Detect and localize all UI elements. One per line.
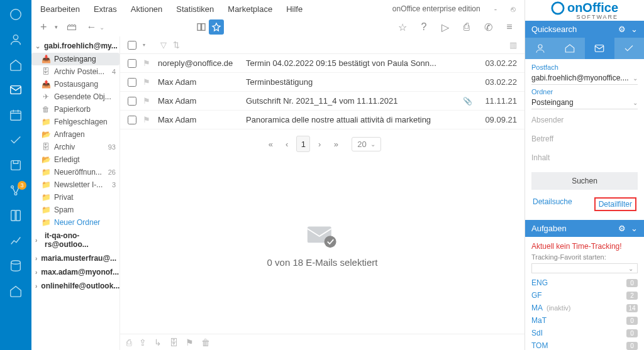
task-tag[interactable]: GF2 bbox=[531, 291, 638, 300]
page-prev[interactable]: ‹ bbox=[280, 136, 294, 152]
menu-item[interactable]: Marketplace bbox=[228, 4, 272, 14]
help-icon[interactable]: ? bbox=[418, 21, 430, 33]
rail-mail-icon[interactable] bbox=[9, 83, 23, 97]
folder-item[interactable]: 🗄Archiv Postei...4 bbox=[31, 65, 119, 78]
rail-book-icon[interactable] bbox=[9, 209, 23, 222]
tab-mail[interactable] bbox=[585, 38, 614, 59]
page-size-select[interactable]: 20⌄ bbox=[352, 137, 380, 151]
add-dropdown-icon[interactable]: ▾ bbox=[55, 24, 58, 30]
folder-item[interactable]: 📁Neueröffnun...26 bbox=[31, 166, 119, 178]
task-tag[interactable]: MaT0 bbox=[531, 316, 638, 325]
flag-icon[interactable]: ⚑ bbox=[143, 96, 152, 106]
phone-icon[interactable]: ✆ bbox=[482, 21, 494, 33]
menu-item[interactable]: Statistiken bbox=[176, 4, 214, 14]
menu-item[interactable]: Hilfe bbox=[286, 4, 303, 14]
archive-button[interactable]: 🗃 bbox=[65, 21, 78, 33]
folder-item[interactable]: 📁Newsletter I-...3 bbox=[31, 178, 119, 191]
select-all-checkbox[interactable] bbox=[128, 41, 136, 50]
tab-home[interactable] bbox=[555, 38, 584, 59]
account-header[interactable]: ⌄gabi.froehlich@my... bbox=[31, 39, 119, 53]
gear-icon[interactable]: ⚙ bbox=[618, 25, 626, 34]
flag-icon[interactable]: ⚑ bbox=[143, 77, 152, 87]
chevron-down-icon[interactable]: ⌄ bbox=[631, 224, 638, 233]
row-checkbox[interactable] bbox=[128, 78, 136, 87]
tab-person[interactable] bbox=[525, 38, 555, 59]
betreff-input[interactable]: Betreff bbox=[531, 131, 638, 147]
tab-check[interactable] bbox=[614, 38, 644, 59]
bottom-delete-icon[interactable]: 🗑 bbox=[201, 337, 210, 347]
page-next[interactable]: › bbox=[313, 136, 326, 152]
rail-network-icon[interactable]: 3 bbox=[9, 183, 23, 197]
folder-item[interactable]: 📥Posteingang bbox=[31, 53, 119, 65]
task-tag[interactable]: MA(inaktiv)14 bbox=[531, 304, 638, 312]
flag-icon[interactable]: ⚑ bbox=[143, 58, 152, 68]
sort-icon[interactable]: ⇅ bbox=[173, 40, 180, 50]
minimize-icon[interactable]: - bbox=[494, 4, 497, 14]
account-header[interactable]: ›max.adam@myonof... bbox=[31, 265, 119, 279]
run-icon[interactable]: ▷ bbox=[439, 21, 452, 33]
folder-item[interactable]: ✈Gesendete Obj... bbox=[31, 90, 119, 103]
detailfilter-link[interactable]: Detailfilter bbox=[594, 197, 636, 211]
email-row[interactable]: ⚑Max AdamPanoramica delle nostre attuali… bbox=[120, 111, 525, 129]
quicksearch-header[interactable]: Quicksearch ⚙⌄ bbox=[525, 21, 644, 38]
bottom-print-icon[interactable]: ⎙ bbox=[126, 337, 131, 347]
account-header[interactable]: ›onlinehilfe@outlook... bbox=[31, 279, 119, 293]
menu-item[interactable]: Bearbeiten bbox=[40, 4, 80, 14]
ordner-field[interactable]: OrdnerPosteingang⌄ bbox=[531, 87, 638, 109]
add-button[interactable]: + bbox=[40, 21, 47, 34]
folder-item[interactable]: 📂Erledigt bbox=[31, 153, 119, 166]
back-button[interactable]: ← bbox=[86, 21, 98, 33]
rail-calendar-icon[interactable] bbox=[9, 108, 23, 122]
gear-icon[interactable]: ⚙ bbox=[618, 224, 626, 233]
page-last[interactable]: » bbox=[329, 136, 343, 152]
task-tag[interactable]: SdI0 bbox=[531, 329, 638, 337]
detailsuche-link[interactable]: Detailsuche bbox=[533, 197, 572, 211]
postfach-field[interactable]: Postfachgabi.froehlich@myonoffice....⌄ bbox=[531, 63, 638, 85]
layout-toggle-1[interactable] bbox=[194, 19, 209, 35]
folder-item[interactable]: 📁Fehlgeschlagen bbox=[31, 116, 119, 128]
columns-icon[interactable]: ▥ bbox=[509, 40, 517, 50]
rail-stats-icon[interactable] bbox=[9, 234, 23, 248]
menu-item[interactable]: Extras bbox=[94, 4, 117, 14]
folder-item[interactable]: 📁Privat bbox=[31, 191, 119, 204]
rail-home-icon[interactable] bbox=[9, 58, 23, 72]
page-first[interactable]: « bbox=[264, 136, 277, 152]
bottom-share-icon[interactable]: ⇪ bbox=[139, 337, 147, 347]
rail-save-icon[interactable] bbox=[9, 158, 23, 172]
account-header[interactable]: ›maria.musterfrau@... bbox=[31, 251, 119, 265]
rail-check-icon[interactable] bbox=[9, 133, 23, 147]
suchen-button[interactable]: Suchen bbox=[531, 172, 638, 190]
folder-item[interactable]: 📂Anfragen bbox=[31, 128, 119, 141]
bottom-move-icon[interactable]: ↳ bbox=[154, 337, 162, 347]
email-row[interactable]: ⚑noreply@onoffice.deTermin 04.02.2022 09… bbox=[120, 54, 525, 73]
account-header[interactable]: ›it-qa-ono-rs@outloo... bbox=[31, 229, 119, 251]
print-icon[interactable]: ⎙ bbox=[460, 21, 473, 33]
bottom-flag-icon[interactable]: ⚑ bbox=[186, 337, 194, 347]
tracking-favorit-select[interactable]: ⌄ bbox=[531, 263, 638, 273]
folder-item[interactable]: 📁Neuer Ordner bbox=[31, 216, 119, 229]
folder-item[interactable]: 🗑Papierkorb bbox=[31, 103, 119, 116]
email-row[interactable]: ⚑Max AdamGutschrift Nr. 2021_11_4 vom 11… bbox=[120, 92, 525, 111]
menu-item[interactable]: Aktionen bbox=[131, 4, 163, 14]
task-tag[interactable]: ENG0 bbox=[531, 278, 638, 287]
folder-item[interactable]: 🗄Archiv93 bbox=[31, 141, 119, 153]
email-row[interactable]: ⚑Max AdamTerminbestätigung03.02.22 bbox=[120, 73, 525, 92]
rail-db-icon[interactable] bbox=[9, 259, 23, 273]
rail-househeart-icon[interactable] bbox=[9, 284, 23, 298]
menu-icon[interactable]: ≡ bbox=[503, 21, 516, 33]
flag-icon[interactable]: ⚑ bbox=[143, 115, 152, 124]
select-all-dropdown-icon[interactable]: ▾ bbox=[143, 42, 145, 48]
row-checkbox[interactable] bbox=[128, 116, 136, 124]
logout-icon[interactable]: ⎋ bbox=[511, 4, 516, 14]
task-tag[interactable]: TOM0 bbox=[531, 341, 638, 350]
folder-item[interactable]: 📁Spam bbox=[31, 204, 119, 216]
star-icon[interactable]: ☆ bbox=[396, 21, 409, 33]
rail-spinner-icon[interactable] bbox=[9, 8, 23, 21]
aufgaben-header[interactable]: Aufgaben ⚙⌄ bbox=[525, 220, 644, 237]
filter-icon[interactable]: ▽ bbox=[160, 40, 167, 50]
absender-input[interactable]: Absender bbox=[531, 112, 638, 128]
bottom-archive-icon[interactable]: 🗄 bbox=[169, 337, 178, 347]
rail-person-icon[interactable] bbox=[9, 33, 23, 46]
row-checkbox[interactable] bbox=[128, 97, 136, 106]
page-current[interactable]: 1 bbox=[296, 136, 310, 152]
